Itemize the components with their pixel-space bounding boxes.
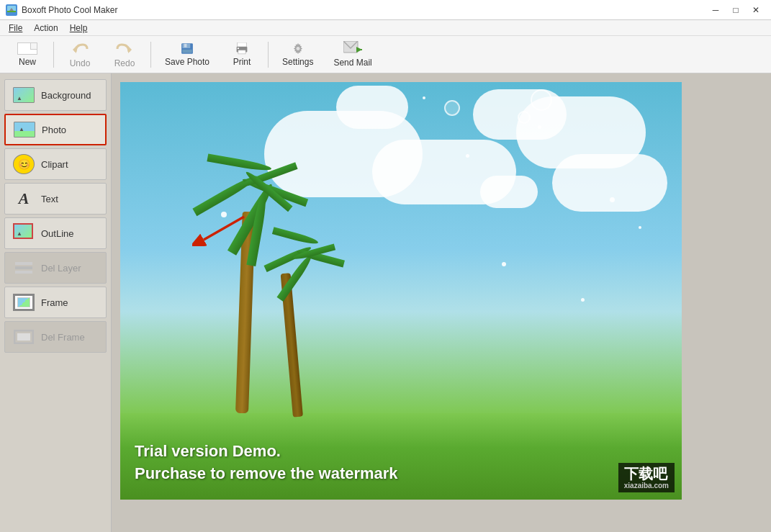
svg-point-14 [296,47,299,50]
bubble-2 [518,111,531,124]
watermark-line2: Purchase to remove the watermark [135,463,398,485]
sidebar-item-del-layer[interactable]: Del Layer [4,252,107,284]
sidebar-item-text[interactable]: A Text [4,183,107,215]
save-photo-button[interactable]: Save Photo [155,39,219,71]
menu-bar: File Action Help [0,20,771,36]
new-label: New [19,57,36,67]
menu-action[interactable]: Action [28,22,63,35]
minimize-button[interactable]: ─ [706,3,725,17]
title-bar-left: Boxoft Photo Cool Maker [6,4,117,16]
sidebar-item-photo[interactable]: Photo [4,114,107,145]
palm-leaves-2 [257,233,372,291]
background-icon [12,85,35,105]
maximize-button[interactable]: □ [726,3,745,17]
toolbar: New Undo Redo Save Photo [0,36,771,73]
del-layer-icon [12,258,35,278]
svg-rect-8 [182,49,191,53]
print-icon [231,42,253,55]
sparkle-6 [639,226,641,229]
text-icon-shape: A [19,191,30,207]
canvas-area: Trial version Demo. Purchase to remove t… [112,73,771,532]
del-frame-label: Del Frame [41,332,85,343]
new-icon [17,42,37,55]
bubble-1 [531,89,552,111]
window-controls: ─ □ ✕ [706,3,765,17]
close-button[interactable]: ✕ [747,3,765,17]
palm-leaves-1 [185,158,329,230]
svg-rect-18 [15,266,32,269]
cloud-4 [336,86,408,129]
separator-3 [268,42,269,68]
print-button[interactable]: Print [220,39,263,71]
bubble-3 [444,100,460,116]
send-mail-label: Send Mail [333,58,371,68]
sidebar-item-outline[interactable]: OutLine [4,217,107,249]
title-bar: Boxoft Photo Cool Maker ─ □ ✕ [0,0,771,20]
clipart-label: Clipart [41,159,68,170]
undo-button[interactable]: Undo [58,39,102,71]
cloud-7 [480,176,538,208]
svg-rect-22 [17,333,30,341]
redo-label: Redo [114,58,135,68]
clipart-icon: 😊 [12,154,35,174]
svg-rect-19 [15,262,32,265]
redo-icon [114,40,135,56]
cloud-5 [552,154,667,212]
watermark-logo-sub: xiazaiba.com [624,482,669,490]
sidebar-item-del-frame[interactable]: Del Frame [4,321,107,353]
separator-1 [53,42,54,68]
watermark-line1: Trial version Demo. [135,441,398,463]
watermark-text: Trial version Demo. Purchase to remove t… [135,441,398,485]
svg-rect-7 [184,43,187,47]
sparkle-2 [466,154,469,158]
watermark-logo: 下载吧 xiazaiba.com [618,463,675,492]
del-frame-icon [12,327,35,347]
send-mail-button[interactable]: Send Mail [324,39,381,71]
svg-rect-11 [238,50,245,53]
menu-help[interactable]: Help [64,22,94,35]
save-photo-label: Save Photo [165,57,209,67]
new-button[interactable]: New [6,39,49,71]
undo-label: Undo [70,58,91,68]
frame-icon [12,292,35,312]
separator-2 [150,42,151,68]
sparkle-3 [502,262,506,266]
settings-icon [289,42,307,55]
photo-label: Photo [42,125,66,135]
save-icon [176,42,198,55]
undo-icon [70,40,90,56]
settings-button[interactable]: Settings [273,39,323,71]
sidebar-item-frame[interactable]: Frame [4,287,107,318]
outline-label: OutLine [41,228,74,239]
frame-label: Frame [41,297,68,308]
sidebar-item-clipart[interactable]: 😊 Clipart [4,148,107,180]
svg-rect-20 [15,271,32,274]
sidebar-item-background[interactable]: Background [4,79,107,111]
svg-rect-1 [7,11,16,12]
menu-file[interactable]: File [3,22,28,35]
main-layout: Background Photo 😊 Clipart A Text [0,73,771,532]
settings-label: Settings [282,57,313,67]
sparkle-7 [581,298,585,302]
photo-icon [13,120,36,140]
sidebar: Background Photo 😊 Clipart A Text [0,73,112,532]
sparkle-4 [610,197,615,202]
canvas-wrapper[interactable]: Trial version Demo. Purchase to remove t… [120,82,682,500]
send-mail-icon [343,41,362,55]
background-label: Background [41,90,91,101]
outline-icon [12,223,35,243]
svg-rect-12 [238,48,239,49]
del-layer-label: Del Layer [41,263,81,274]
watermark-logo-text: 下载吧 [624,466,669,482]
sparkle-8 [423,96,425,99]
text-icon: A [12,189,35,209]
svg-marker-4 [128,46,132,53]
svg-marker-3 [73,46,76,53]
app-title: Boxoft Photo Cool Maker [22,5,117,15]
sparkle-5 [538,125,541,129]
app-icon [6,4,17,16]
redo-button[interactable]: Redo [103,39,146,71]
canvas-image: Trial version Demo. Purchase to remove t… [120,82,682,500]
print-label: Print [233,57,251,67]
text-label: Text [41,194,58,204]
